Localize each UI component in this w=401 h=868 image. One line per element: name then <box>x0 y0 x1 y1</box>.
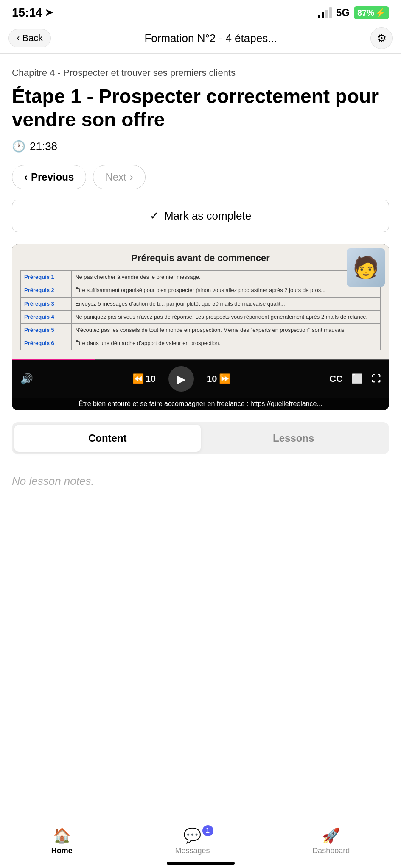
tab-dashboard[interactable]: 🚀 Dashboard <box>312 827 350 855</box>
home-indicator <box>167 862 235 865</box>
battery-indicator: 87% ⚡ <box>354 6 389 19</box>
previous-button[interactable]: ‹ Previous <box>12 165 86 189</box>
slide-title: Prérequis avant de commencer <box>20 253 381 264</box>
bottom-spacer <box>12 496 389 556</box>
prereq-text: Être dans une démarche d'apport de valeu… <box>72 337 381 350</box>
skip-back-icon: ⏪ <box>132 373 144 384</box>
video-caption: Être bien entouré et se faire accompagne… <box>12 398 389 410</box>
table-row: Prérequis 3 Envoyez 5 messages d'action … <box>21 297 381 310</box>
status-right: 5G 87% ⚡ <box>318 6 389 19</box>
dashboard-label: Dashboard <box>312 846 350 855</box>
chevron-right-icon: › <box>130 171 133 183</box>
video-right-controls: CC ⬜ ⛶ <box>329 373 381 384</box>
presenter-thumbnail: 🧑 <box>347 248 385 287</box>
messages-label: Messages <box>175 846 210 855</box>
clock-icon: 🕐 <box>12 140 25 153</box>
check-icon: ✓ <box>150 209 159 223</box>
prereq-text: Être suffisamment organisé pour bien pro… <box>72 284 381 297</box>
nav-header: ‹ Back Formation N°2 - 4 étapes... ⚙ <box>0 23 401 54</box>
status-bar: 15:14 ➤ 5G 87% ⚡ <box>0 0 401 23</box>
back-button[interactable]: ‹ Back <box>8 29 51 47</box>
tabs-container: Content Lessons <box>12 422 389 454</box>
table-row: Prérequis 6 Être dans une démarche d'app… <box>21 337 381 350</box>
settings-button[interactable]: ⚙ <box>370 27 393 49</box>
lesson-title: Étape 1 - Prospecter correctement pour v… <box>12 85 389 131</box>
table-row: Prérequis 1 Ne pas chercher à vendre dès… <box>21 271 381 284</box>
prereq-label: Prérequis 5 <box>21 323 72 337</box>
signal-bar-4 <box>329 7 332 18</box>
no-notes-message: No lesson notes. <box>12 466 389 496</box>
chevron-left-icon: ‹ <box>17 33 20 44</box>
status-time: 15:14 ➤ <box>12 6 53 19</box>
duration: 🕐 21:38 <box>12 140 389 153</box>
prereq-text: Ne paniquez pas si vous n'avez pas de ré… <box>72 310 381 323</box>
location-icon: ➤ <box>45 7 53 18</box>
prereq-label: Prérequis 3 <box>21 297 72 310</box>
prereq-label: Prérequis 2 <box>21 284 72 297</box>
chapter-label: Chapitre 4 - Prospecter et trouver ses p… <box>12 67 389 80</box>
prerequisites-table: Prérequis 1 Ne pas chercher à vendre dès… <box>20 270 381 350</box>
signal-bar-1 <box>318 15 320 18</box>
signal-bars <box>318 7 332 18</box>
tab-messages[interactable]: 💬 1 Messages <box>175 827 210 855</box>
video-slide: Prérequis avant de commencer 🧑 Prérequis… <box>12 244 389 359</box>
gear-icon: ⚙ <box>377 32 387 45</box>
tab-content[interactable]: Content <box>14 425 201 452</box>
skip-forward-button[interactable]: 10 ⏩ <box>207 373 230 384</box>
fullscreen-button[interactable]: ⛶ <box>371 373 381 384</box>
nav-title: Formation N°2 - 4 étapes... <box>56 32 365 45</box>
skip-forward-icon: ⏩ <box>219 373 230 384</box>
tab-lessons[interactable]: Lessons <box>201 425 387 452</box>
play-button[interactable]: ▶ <box>168 366 194 392</box>
skip-back-button[interactable]: ⏪ 10 <box>132 373 156 384</box>
notification-badge: 1 <box>202 825 213 836</box>
home-label: Home <box>51 846 73 855</box>
table-row: Prérequis 5 N'écoutez pas les conseils d… <box>21 323 381 337</box>
next-button[interactable]: Next › <box>93 165 145 189</box>
chevron-left-icon: ‹ <box>24 171 28 183</box>
prereq-label: Prérequis 6 <box>21 337 72 350</box>
video-player[interactable]: Prérequis avant de commencer 🧑 Prérequis… <box>12 244 389 410</box>
prereq-text: N'écoutez pas les conseils de tout le mo… <box>72 323 381 337</box>
signal-bar-3 <box>325 10 328 18</box>
airplay-button[interactable]: ⬜ <box>351 373 363 384</box>
video-center-controls: ⏪ 10 ▶ 10 ⏩ <box>132 366 230 392</box>
tab-home[interactable]: 🏠 Home <box>51 827 73 855</box>
dashboard-icon: 🚀 <box>322 827 340 844</box>
messages-icon: 💬 <box>183 827 201 844</box>
table-row: Prérequis 4 Ne paniquez pas si vous n'av… <box>21 310 381 323</box>
signal-bar-2 <box>322 12 324 18</box>
video-controls[interactable]: 🔊 ⏪ 10 ▶ 10 ⏩ CC ⬜ ⛶ <box>12 360 389 398</box>
closed-captions-button[interactable]: CC <box>329 373 343 384</box>
prereq-text: Envoyez 5 messages d'action de b... par … <box>72 297 381 310</box>
mark-complete-button[interactable]: ✓ Mark as complete <box>12 200 389 232</box>
prereq-text: Ne pas chercher à vendre dès le premier … <box>72 271 381 284</box>
bottom-tab-bar: 🏠 Home 💬 1 Messages 🚀 Dashboard <box>0 819 401 868</box>
lesson-nav-buttons: ‹ Previous Next › <box>12 165 389 189</box>
home-icon: 🏠 <box>53 827 71 844</box>
volume-control[interactable]: 🔊 <box>20 373 33 385</box>
network-type: 5G <box>336 7 350 19</box>
prereq-label: Prérequis 4 <box>21 310 72 323</box>
main-content: Chapitre 4 - Prospecter et trouver ses p… <box>0 54 401 568</box>
volume-icon[interactable]: 🔊 <box>20 373 33 384</box>
prereq-label: Prérequis 1 <box>21 271 72 284</box>
table-row: Prérequis 2 Être suffisamment organisé p… <box>21 284 381 297</box>
play-icon: ▶ <box>177 372 186 386</box>
